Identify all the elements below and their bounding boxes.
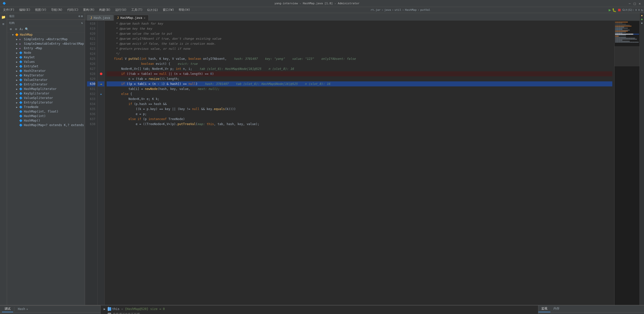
code-line-631: tab[i] = newNode(hash, key, value, next:… — [107, 86, 612, 91]
tab-close-icon[interactable]: ✕ — [144, 16, 145, 20]
tab-console[interactable]: Hash ✕ — [15, 306, 30, 311]
tree-hashmapspliterator[interactable]: ▶ 🔷 HashMapSpliterator — [7, 87, 85, 91]
minimap: ████████████████████████████ ███████████… — [614, 21, 639, 305]
tree-keyspliterator[interactable]: ▶ 🔷 KeySpliterator — [7, 91, 85, 96]
tree-values[interactable]: ▶ 🔷 Values — [7, 60, 85, 64]
structure-toolbar: ⊞ ⊟ A↓ 🔍 — [7, 26, 85, 32]
code-line-622: * @param evict if false, the table is in… — [107, 41, 612, 46]
project-label: 项目 — [9, 14, 15, 18]
coverage-icon: ● — [641, 18, 642, 21]
expand-all-button[interactable]: ⊞ — [9, 27, 13, 31]
tree-hashmap[interactable]: ▼ 🔶 HashMap — [7, 32, 85, 37]
tab-hashmap-java[interactable]: J HashMap.java ✕ — [114, 15, 149, 21]
project-header: 项目 ⚙ ⊞ — [7, 13, 85, 20]
code-line-627: Node<K,V>[] tab; Node<K,V> p; int n, i; … — [107, 66, 612, 71]
bookmark-632: ◈ — [98, 91, 104, 96]
bookmark-icon: ◾ — [641, 14, 642, 17]
tab-watch[interactable]: 监视 — [538, 305, 550, 312]
tree-simpleentry[interactable]: ▶ ◈ SimpleEntry →AbstractMap — [7, 37, 85, 41]
title-bar: 🔷 yang-interview - HashMap.java [1.8] - … — [0, 0, 644, 7]
main-layout: 📁 ≡ 项目 ⚙ ⊞ 结构 ⇅ ⊞ ⊟ A↓ 🔍 — [0, 13, 644, 305]
left-sidebar-icons: 📁 ≡ — [0, 13, 7, 305]
variables-list: ▶ { } this = {HashMap@520} size = 0 ≡ 变量… — [101, 305, 538, 314]
tab-memory[interactable]: 内存 — [550, 305, 562, 312]
editor-area: J Hash.java J HashMap.java ✕ 618 619 620… — [85, 13, 639, 305]
tab-hash-java[interactable]: J Hash.java — [87, 15, 113, 21]
filter-button[interactable]: 🔍 — [24, 27, 29, 31]
gear-icon[interactable]: ⚙ — [78, 15, 80, 18]
annotation-icon: ◾ — [641, 22, 642, 24]
tab-frames[interactable]: 帧 — [0, 312, 9, 314]
breadcrumb-java[interactable]: java — [384, 8, 391, 12]
code-line-619: * @param key the key — [107, 26, 612, 31]
layout-icon[interactable]: ⊞ — [81, 15, 83, 18]
sort-alpha-button[interactable]: A↓ — [19, 27, 24, 31]
tab-hash-icon: J — [90, 16, 92, 20]
breadcrumb-rtjar[interactable]: rt.jar — [371, 8, 381, 12]
stop-button[interactable]: ⏹ — [617, 8, 621, 12]
var-this[interactable]: ▶ { } this = {HashMap@520} size = 0 — [101, 306, 538, 311]
debug-run-button[interactable]: 🐛 — [612, 8, 616, 12]
structure-header: 结构 ⇅ — [7, 20, 85, 26]
git-fetch-button[interactable]: ↻ — [641, 8, 643, 12]
tree-entryset[interactable]: ▶ 🔷 EntrySet — [7, 64, 85, 69]
code-area: 618 619 620 621 622 623 624 625 626 627 … — [85, 21, 639, 305]
code-line-637: else if (p instanceof TreeNode) — [107, 117, 612, 122]
tree-keyiterator[interactable]: ▶ 🔷 KeyIterator — [7, 73, 85, 78]
breadcrumb: rt.jar › java › util › HashMap › putVal — [371, 8, 430, 12]
tree-hashmap-map[interactable]: ▶ 🔷 HashMap(Map<? extends K,? extends V>… — [7, 123, 85, 127]
tab-debug[interactable]: 调试 — [2, 306, 13, 312]
tree-entryspliterator[interactable]: ▶ 🔷 EntrySpliterator — [7, 100, 85, 105]
structure-icon[interactable]: ≡ — [3, 22, 5, 26]
code-line-634: if (p.hash == hash && — [107, 101, 612, 107]
code-line-624: */ — [107, 51, 612, 56]
tree-valuespliterator[interactable]: ▶ 🔷 ValueSpliterator — [7, 96, 85, 100]
debug-subtabs: 帧 线程 — [0, 312, 100, 314]
tree-valueiterator[interactable]: ▶ 🔷 ValueIterator — [7, 78, 85, 82]
tree-hashmap-empty[interactable]: ▶ 🔷 HashMap() — [7, 118, 85, 123]
minimize-button[interactable]: − — [628, 2, 631, 5]
git-pull-button[interactable]: ⬇ — [638, 8, 640, 12]
breadcrumb-util[interactable]: util — [395, 8, 401, 12]
menu-tools[interactable]: 工具(T) — [129, 7, 145, 13]
menu-window[interactable]: 窗口(W) — [161, 7, 176, 13]
window-title: yang-interview - HashMap.java [1.8] - Ad… — [6, 2, 628, 5]
hash-label: Hash — [18, 307, 25, 311]
menu-view[interactable]: 视图(V) — [33, 7, 49, 13]
tree-hashiterator[interactable]: ▶ 🔷 HashIterator — [7, 69, 85, 73]
breadcrumb-putval[interactable]: putVal — [420, 8, 430, 12]
tree-node[interactable]: ▶ 🔷 Node — [7, 50, 85, 55]
tab-threads[interactable]: 线程 — [9, 312, 21, 314]
tab-hashmap-label: HashMap.java — [120, 16, 142, 20]
tree-entry[interactable]: ▶ ◈ Entry →Map — [7, 46, 85, 50]
tab-close-console[interactable]: ✕ — [26, 308, 28, 310]
menu-code[interactable]: 代码(C) — [65, 7, 81, 13]
breadcrumb-hashmap[interactable]: HashMap — [405, 8, 417, 12]
menu-run[interactable]: 运行(U) — [113, 7, 129, 13]
tree-hashmap-int-float[interactable]: ▶ 🔷 HashMap(int, float) — [7, 109, 85, 114]
structure-tree: ▼ 🔶 HashMap ▶ ◈ SimpleEntry →AbstractMap… — [7, 32, 85, 305]
menu-git[interactable]: Git(G) — [145, 8, 160, 12]
sort-icon[interactable]: ⇅ — [81, 21, 83, 25]
tree-hashmap-int[interactable]: ▶ 🔷 HashMap(int) — [7, 114, 85, 118]
title-bar-controls[interactable]: − □ ✕ — [628, 2, 641, 5]
git-push-button[interactable]: ⬆ — [635, 8, 637, 12]
menu-refactor[interactable]: 重构(R) — [81, 7, 97, 13]
menu-build[interactable]: 构建(B) — [97, 7, 113, 13]
current-line-630: → — [98, 81, 104, 86]
close-button[interactable]: ✕ — [638, 2, 641, 5]
tree-simpleimmutableentry[interactable]: ▶ ◈ SimpleImmutableEntry →AbstractMap — [7, 41, 85, 46]
menu-navigate[interactable]: 导航(N) — [49, 7, 65, 13]
breakpoint-628[interactable] — [98, 71, 104, 76]
menu-file[interactable]: 文件(F) — [1, 7, 17, 13]
collapse-all-button[interactable]: ⊟ — [14, 27, 18, 31]
git-label: Git(G): — [622, 8, 634, 12]
menu-edit[interactable]: 编辑(E) — [17, 7, 33, 13]
menu-help[interactable]: 帮助(H) — [177, 7, 192, 13]
project-icon[interactable]: 📁 — [1, 15, 6, 19]
tree-keyset[interactable]: ▶ 🔷 KeySet — [7, 55, 85, 60]
tree-treenode[interactable]: ▶ 🔷 TreeNode — [7, 105, 85, 109]
maximize-button[interactable]: □ — [633, 2, 636, 5]
tree-entryiterator[interactable]: ▶ 🔷 EntryIterator — [7, 82, 85, 87]
run-button[interactable]: ▶ — [609, 8, 611, 12]
